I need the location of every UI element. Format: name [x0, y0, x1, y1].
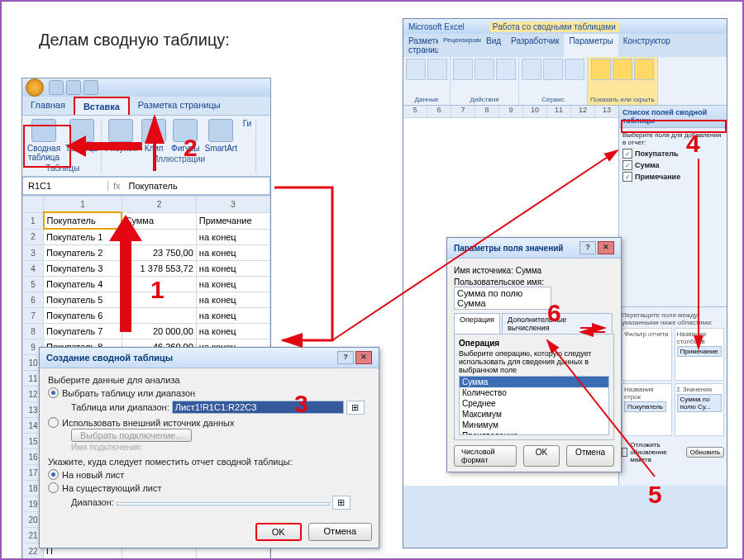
- change-source-icon[interactable]: [427, 59, 447, 80]
- cell-a1[interactable]: Покупатель: [44, 212, 122, 229]
- value-dlg-close-icon[interactable]: ✕: [598, 241, 614, 254]
- move-icon[interactable]: [496, 59, 516, 80]
- btn-clip[interactable]: Клип: [141, 119, 166, 153]
- range-picker-icon[interactable]: ⊞: [346, 401, 365, 415]
- formula-bar[interactable]: Покупатель: [126, 181, 181, 191]
- dialog-close-icon[interactable]: ✕: [355, 351, 372, 364]
- label-location-range: Диапазон:: [71, 497, 114, 507]
- op-sum[interactable]: Сумма: [460, 377, 608, 387]
- field-note[interactable]: ✓Примечание: [622, 172, 723, 182]
- btn-smartart[interactable]: SmartArt: [205, 119, 237, 153]
- field-sum[interactable]: ✓Сумма: [622, 160, 723, 170]
- value-cancel-button[interactable]: Отмена: [566, 445, 614, 467]
- op-min[interactable]: Минимум: [460, 420, 608, 430]
- label-source-name: Имя источника:: [454, 266, 513, 275]
- radio-existing-sheet[interactable]: На существующий лист: [48, 482, 370, 493]
- field-list-icon[interactable]: [591, 59, 611, 80]
- ok-button[interactable]: OK: [255, 523, 302, 541]
- qat-undo-icon[interactable]: [66, 80, 81, 95]
- smartart-icon: [208, 119, 233, 142]
- picture-icon: [108, 119, 133, 142]
- name-box[interactable]: R1C1: [23, 181, 108, 191]
- value-ok-button[interactable]: OK: [523, 445, 560, 467]
- btn-gi[interactable]: Ги: [242, 119, 252, 153]
- drag-hint: Перетащите поля между указанными ниже об…: [622, 311, 724, 326]
- dialog-title: Создание сводной таблицы: [46, 353, 173, 363]
- input-table-range[interactable]: Лист1!R1C1:R22C3: [172, 401, 344, 414]
- tab-insert[interactable]: Вставка: [74, 97, 130, 115]
- table-icon: [69, 119, 94, 142]
- refresh-icon[interactable]: [406, 59, 426, 80]
- tab-operation[interactable]: Операция: [454, 313, 500, 334]
- operation-header: Операция: [459, 339, 499, 348]
- op-prod[interactable]: Произведение: [460, 430, 608, 435]
- headers-icon[interactable]: [634, 59, 654, 80]
- operation-list[interactable]: Сумма Количество Среднее Максимум Миниму…: [459, 376, 609, 435]
- ribbon-tabs: Главная Вставка Разметка страницы: [22, 97, 270, 116]
- tab-layout[interactable]: Разметка страницы: [130, 97, 229, 115]
- radio-new-sheet[interactable]: На новый лист: [48, 469, 370, 480]
- value-field-settings-dialog: Параметры поля значений ?✕ Имя источника…: [446, 237, 622, 472]
- highlight-pivot-button: [23, 125, 71, 168]
- zone-values[interactable]: Σ ЗначенияСумма по полю Су...: [675, 383, 725, 436]
- marker-1: 1: [150, 276, 165, 304]
- clip-icon: [141, 119, 166, 142]
- zone-filter[interactable]: Фильтр отчета: [622, 328, 672, 381]
- range-picker-icon-2[interactable]: ⊞: [332, 496, 351, 510]
- label-conn-name: Имя подключения:: [71, 443, 370, 452]
- radio-external-source[interactable]: Использовать внешний источник данных: [48, 417, 370, 428]
- page-title: Делам сводную таблицу:: [39, 31, 230, 50]
- radio-select-range[interactable]: Выбрать таблицу или диапазон: [48, 387, 370, 398]
- number-format-button[interactable]: Числовой формат: [454, 445, 517, 467]
- office-button-icon[interactable]: [26, 78, 44, 97]
- label-custom-name: Пользовательское имя:: [454, 278, 544, 287]
- op-avg[interactable]: Среднее: [460, 398, 608, 409]
- marker-5: 5: [648, 481, 662, 509]
- cancel-button[interactable]: Отмена: [308, 523, 372, 541]
- qat-redo-icon[interactable]: [83, 80, 98, 95]
- context-title: Работа со сводными таблицами: [489, 21, 619, 32]
- dialog-help-icon[interactable]: ?: [337, 351, 354, 364]
- marker-4: 4: [686, 130, 700, 158]
- formulas-icon[interactable]: [543, 59, 563, 80]
- tab-layout-r[interactable]: Разметка страницы: [403, 34, 438, 57]
- fx-icon[interactable]: fx: [108, 181, 126, 191]
- tab-view-r[interactable]: Вид: [481, 34, 506, 57]
- label-place-report: Укажите, куда следует поместить отчет св…: [48, 457, 370, 467]
- marker-6: 6: [547, 299, 561, 327]
- tab-home[interactable]: Главная: [22, 97, 74, 115]
- input-location-range[interactable]: [117, 502, 330, 505]
- op-count[interactable]: Количество: [460, 387, 608, 398]
- zone-rows[interactable]: Названия строкПокупатель: [622, 383, 672, 436]
- pivot-chart-icon[interactable]: [522, 59, 541, 80]
- clear-icon[interactable]: [453, 59, 473, 80]
- input-custom-name[interactable]: Сумма по полю Сумма: [454, 287, 551, 310]
- value-dlg-title: Параметры поля значений: [454, 244, 563, 253]
- tab-params-r[interactable]: Параметры: [564, 34, 618, 57]
- qat-save-icon[interactable]: [49, 80, 64, 95]
- tab-dev-r[interactable]: Разработчик: [506, 34, 564, 57]
- marker-3: 3: [294, 390, 308, 418]
- label-table-range: Таблица или диапазон:: [71, 402, 169, 412]
- tab-review-r[interactable]: Рецензирование: [438, 34, 481, 57]
- select-icon[interactable]: [475, 59, 494, 80]
- pm-buttons-icon[interactable]: [613, 59, 632, 80]
- tab-ctor-r[interactable]: Конструктор: [618, 34, 675, 57]
- btn-choose-connection: Выбрать подключение...: [71, 429, 192, 442]
- field-buyer[interactable]: ✓Покупатель: [622, 149, 723, 159]
- update-button[interactable]: Обновить: [686, 447, 724, 458]
- btn-picture[interactable]: Рисунок: [105, 119, 136, 153]
- field-list-hint: Выберите поля для добавления в отчет:: [622, 131, 723, 146]
- marker-2: 2: [184, 134, 198, 162]
- defer-update-check[interactable]: Отложить обновление макета: [630, 441, 684, 463]
- highlight-field-list-title: [621, 120, 727, 133]
- create-pivot-dialog: Создание сводной таблицы ?✕ Выберите дан…: [39, 347, 379, 548]
- app-title: Microsoft Excel: [408, 22, 465, 31]
- olap-icon[interactable]: [565, 59, 584, 80]
- pivot-field-list-pane: Список полей сводной таблицы Выберите по…: [618, 106, 727, 486]
- label-choose-data: Выберите данные для анализа: [48, 375, 370, 385]
- value-dlg-help-icon[interactable]: ?: [579, 241, 596, 254]
- operation-hint: Выберите операцию, которую следует испол…: [459, 349, 609, 374]
- zone-columns[interactable]: Названия столбцовПримечание: [675, 328, 725, 381]
- op-max[interactable]: Максимум: [460, 409, 608, 420]
